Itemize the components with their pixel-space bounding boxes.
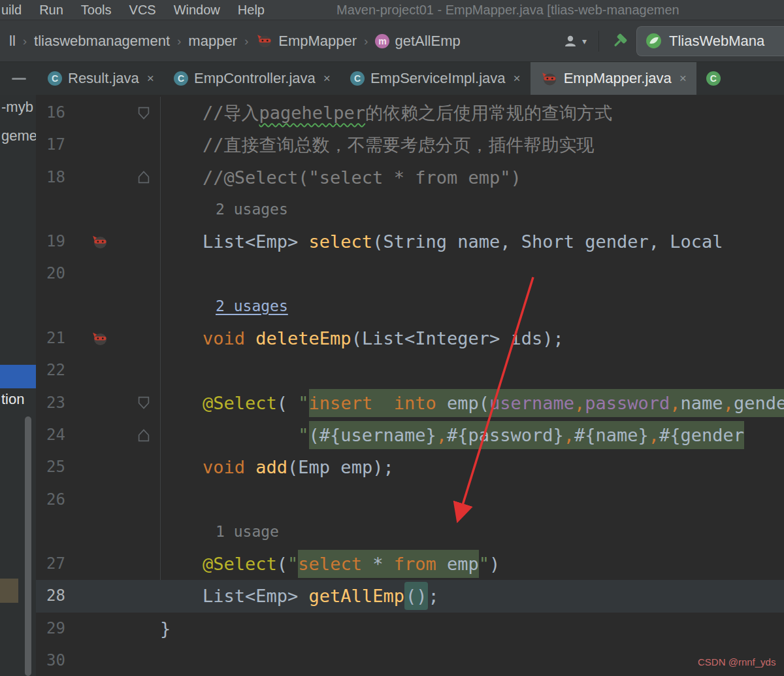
- breadcrumb-item-tliaswebmanagement[interactable]: tliaswebmanagement: [34, 33, 170, 50]
- code-line[interactable]: 28 List<Emp> getAllEmp();: [36, 580, 784, 612]
- project-tree-selected-row[interactable]: [0, 365, 36, 388]
- code-token: #{gender: [659, 421, 744, 449]
- project-tree-item[interactable]: geme: [1, 127, 36, 144]
- code-token: //导入: [203, 103, 259, 123]
- code-token: ,: [574, 389, 585, 417]
- code-token: select: [298, 550, 372, 578]
- tab-close-icon[interactable]: ×: [679, 71, 687, 86]
- breadcrumb-item-getallemp[interactable]: mgetAllEmp: [375, 33, 460, 50]
- build-hammer-icon[interactable]: [611, 32, 629, 50]
- code-line[interactable]: 19 List<Emp> select(String name, Short g…: [36, 226, 784, 258]
- project-tree-item[interactable]: tion: [1, 391, 24, 408]
- user-icon[interactable]: [563, 33, 578, 49]
- breadcrumb-prefix[interactable]: ll: [0, 33, 16, 50]
- code-token: emp(: [447, 389, 489, 417]
- fold-start-icon[interactable]: [138, 396, 150, 409]
- mybatis-icon: [540, 71, 558, 86]
- code-indent: [160, 167, 203, 188]
- code-token: select: [309, 231, 373, 252]
- usages-inlay-hint[interactable]: 2 usages: [216, 290, 288, 322]
- menu-item-window[interactable]: Window: [174, 3, 220, 18]
- project-scrollbar[interactable]: [25, 416, 31, 676]
- tab-EmpMapper.java[interactable]: EmpMapper.java×: [531, 62, 696, 95]
- menu-item-vcs[interactable]: VCS: [129, 3, 156, 18]
- code-line[interactable]: 29}: [36, 613, 784, 645]
- code-token: List<Emp>: [203, 231, 309, 252]
- tab-close-icon[interactable]: ×: [147, 71, 154, 86]
- code-token: ,: [670, 389, 680, 417]
- code-text: //@Select("select * from emp"): [160, 161, 521, 194]
- code-text: }: [160, 613, 171, 645]
- tab-partial[interactable]: C: [696, 62, 730, 95]
- tab-EmpController.java[interactable]: CEmpController.java×: [164, 62, 340, 95]
- tab-close-icon[interactable]: ×: [514, 71, 521, 86]
- class-icon: C: [48, 71, 62, 86]
- code-line[interactable]: 26: [36, 484, 784, 516]
- menu-item-help[interactable]: Help: [238, 3, 265, 18]
- mybatis-gutter-icon[interactable]: [91, 331, 108, 346]
- run-configuration-select[interactable]: TliasWebMana: [636, 26, 784, 56]
- code-token: @Select: [203, 554, 277, 574]
- breadcrumb-label: tliaswebmanagement: [34, 33, 170, 50]
- tab-Result.java[interactable]: CResult.java×: [38, 62, 164, 95]
- code-line[interactable]: 17 //直接查询总数，不需要考虑分页，插件帮助实现: [36, 129, 784, 161]
- code-text: void deleteEmp(List<Integer> ids);: [160, 322, 564, 354]
- editor-pane[interactable]: 16 //导入pagehelper的依赖之后使用常规的查询方式17 //直接查询…: [36, 95, 784, 676]
- usages-inlay-hint[interactable]: 1 usage: [216, 516, 279, 548]
- tab-close-icon[interactable]: ×: [323, 71, 331, 86]
- breadcrumb-separator-icon: ›: [176, 34, 182, 48]
- window-title: Maven-project01 - EmpMapper.java [tlias-…: [336, 0, 679, 20]
- code-token: add: [255, 457, 287, 477]
- code-line[interactable]: 25 void add(Emp emp);: [36, 451, 784, 483]
- fold-start-icon[interactable]: [138, 107, 150, 120]
- mybatis-gutter-icon[interactable]: [91, 234, 108, 249]
- code-line[interactable]: 27 @Select("select * from emp"): [36, 548, 784, 580]
- mybatis-icon: [255, 33, 273, 48]
- code-token: username: [489, 389, 574, 417]
- code-token: gender: [734, 389, 784, 417]
- code-line[interactable]: 23 @Select( "insert into emp(username,pa…: [36, 387, 784, 419]
- code-token: pagehelper: [259, 103, 366, 123]
- code-token: ,: [723, 389, 734, 417]
- breadcrumb-item-mapper[interactable]: mapper: [188, 33, 237, 50]
- fold-end-icon[interactable]: [138, 171, 150, 184]
- menu-item-tools[interactable]: Tools: [81, 3, 112, 18]
- tab-EmpServiceImpl.java[interactable]: CEmpServiceImpl.java×: [340, 62, 531, 95]
- code-text: @Select( "insert into emp(username,passw…: [160, 387, 784, 419]
- code-token: //直接查询总数，不需要考虑分页，插件帮助实现: [203, 135, 595, 155]
- code-line[interactable]: 30: [36, 645, 784, 676]
- tab-label: EmpServiceImpl.java: [370, 70, 506, 87]
- tab-overflow-dash-icon[interactable]: [0, 62, 38, 95]
- menu-item-uild[interactable]: uild: [1, 3, 22, 18]
- code-line[interactable]: 24 "(#{username},#{password},#{name},#{g…: [36, 419, 784, 451]
- code-line[interactable]: 16 //导入pagehelper的依赖之后使用常规的查询方式: [36, 97, 784, 129]
- inlay-hint-row: 1 usage: [36, 516, 784, 548]
- code-token: deleteEmp: [255, 328, 351, 348]
- code-line[interactable]: 18 //@Select("select * from emp"): [36, 161, 784, 194]
- code-token: ): [489, 554, 500, 574]
- code-line[interactable]: 22: [36, 354, 784, 386]
- usages-inlay-hint[interactable]: 2 usages: [216, 194, 288, 226]
- line-number: 25: [36, 451, 65, 483]
- menu-item-run[interactable]: Run: [39, 3, 63, 18]
- tab-label: Result.java: [68, 70, 139, 87]
- watermark: CSDN @rnnf_yds: [698, 656, 776, 668]
- code-line[interactable]: 20: [36, 258, 784, 290]
- code-indent: [160, 103, 203, 123]
- code-text: @Select("select * from emp"): [160, 548, 500, 580]
- fold-end-icon[interactable]: [138, 429, 150, 442]
- project-tree-item[interactable]: -myb: [1, 99, 33, 116]
- code-text: //直接查询总数，不需要考虑分页，插件帮助实现: [160, 129, 595, 161]
- code-line[interactable]: 21 void deleteEmp(List<Integer> ids);: [36, 322, 784, 354]
- project-tree-highlight: [0, 579, 18, 603]
- code-indent: [160, 554, 203, 574]
- line-number: 24: [36, 419, 65, 451]
- code-text: List<Emp> getAllEmp();: [160, 580, 439, 612]
- chevron-down-icon[interactable]: ▾: [582, 36, 587, 46]
- breadcrumb-item-empmapper[interactable]: EmpMapper: [255, 33, 357, 50]
- code-token: (List<Integer> ids);: [351, 328, 564, 348]
- project-panel-edge[interactable]: -myb geme tion: [0, 95, 36, 676]
- menu-items: uildRunToolsVCSWindowHelp: [0, 3, 265, 18]
- code-token: (): [404, 582, 429, 610]
- spring-boot-icon: [645, 32, 662, 50]
